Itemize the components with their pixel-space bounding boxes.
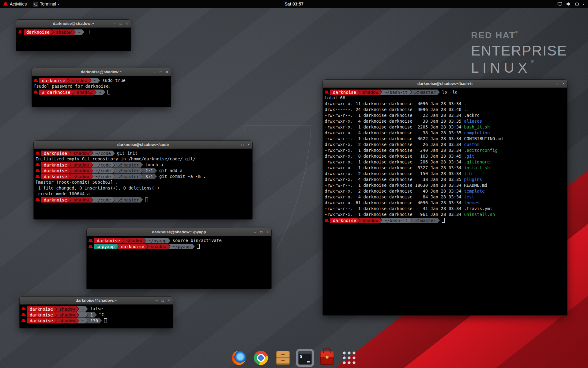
redhat-prompt-icon bbox=[89, 245, 93, 248]
window-titlebar[interactable]: darknoise@shadow:~/bash-it–□× bbox=[323, 80, 567, 88]
window-titlebar[interactable]: darknoise@shadow:~/pyapp–□× bbox=[87, 228, 271, 236]
redhat-logo-icon bbox=[3, 2, 8, 6]
minimize-button[interactable]: – bbox=[114, 22, 116, 25]
brand-enterprise: ENTERPRISE bbox=[471, 42, 567, 59]
file-meta: -rw-rw-r--. 1 darknoise darknoise 41 Jan… bbox=[325, 206, 464, 211]
prompt-segment-venv: pyapp bbox=[94, 244, 119, 249]
file-meta: drwxrwxr-x. 2 darknoise darknoise 26 Jan… bbox=[325, 142, 464, 147]
terminal-content[interactable]: darknoiseshadow~/bash-it⎇masterls -latot… bbox=[323, 88, 567, 315]
close-button[interactable]: × bbox=[247, 143, 250, 147]
file-meta: drwxrwxr-x. 4 darknoise darknoise 84 Jan… bbox=[325, 194, 464, 199]
terminal-window: darknoise@shadow:~/pyapp–□×darknoiseshad… bbox=[87, 228, 271, 289]
terminal-content[interactable]: darknoiseshadow~falsedarknoiseshadow~1^C… bbox=[20, 305, 173, 328]
minimize-button[interactable]: – bbox=[235, 143, 237, 147]
minimize-button[interactable]: – bbox=[550, 82, 552, 86]
terminal-prompt-line: pyappdarknoiseshadow~/pyapp bbox=[89, 243, 270, 249]
close-button[interactable]: × bbox=[166, 70, 168, 74]
file-meta: drwxrwxr-x. 2 darknoise darknoise 150 Ja… bbox=[325, 171, 464, 176]
redhat-prompt-icon bbox=[34, 90, 38, 94]
prompt-segment-path: ~/code bbox=[91, 174, 115, 179]
terminal-output-line: 1 file changed, 0 insertions(+), 0 delet… bbox=[36, 185, 251, 191]
prompt-segment-host: shadow bbox=[67, 78, 91, 83]
maximize-button[interactable]: □ bbox=[241, 143, 243, 147]
command-text: false bbox=[88, 306, 103, 312]
prompt-segment-exit: 130 bbox=[86, 318, 102, 324]
file-name: .editorconfig bbox=[464, 148, 498, 153]
terminal-content[interactable]: darknoiseshadow~/pyappsource bin/activat… bbox=[87, 236, 271, 289]
prompt-segment-user: darknoise bbox=[41, 151, 71, 156]
file-list-row: drwxrwxr-x. 11 darknoise darknoise 4096 … bbox=[325, 101, 565, 107]
dock-item-files[interactable] bbox=[274, 349, 292, 367]
minimize-button[interactable]: – bbox=[254, 230, 256, 234]
app-menu-terminal[interactable]: >_ Terminal ▾ bbox=[30, 0, 62, 8]
prompt-segment-host: shadow bbox=[72, 90, 96, 95]
close-button[interactable]: × bbox=[168, 299, 170, 302]
file-meta: -rwxrwxr-x. 1 darknoise darknoise 961 Ja… bbox=[325, 212, 464, 217]
rhel-branding: RED HAT® ENTERPRISE LINUX® bbox=[471, 30, 567, 76]
terminal-content[interactable]: darknoiseshadow~/codegit initInitialized… bbox=[34, 149, 252, 219]
terminal-output-line: [sudo] password for darknoise: bbox=[34, 83, 169, 89]
display-icon bbox=[557, 2, 563, 6]
close-button[interactable]: × bbox=[266, 230, 269, 234]
prompt-segment-user: darknoise bbox=[24, 29, 54, 35]
maximize-button[interactable]: □ bbox=[162, 299, 164, 302]
dock-item-show-apps[interactable] bbox=[340, 349, 358, 367]
close-button[interactable]: × bbox=[562, 82, 564, 86]
file-name: .. bbox=[464, 107, 469, 112]
command-text: source bin/activate bbox=[170, 238, 221, 243]
window-title: darknoise@shadow:~/pyapp bbox=[152, 230, 206, 234]
redhat-prompt-icon bbox=[36, 198, 40, 202]
window-title: darknoise@shadow:~ bbox=[76, 298, 117, 303]
window-titlebar[interactable]: darknoise@shadow:~–□× bbox=[32, 68, 171, 76]
prompt-segment-count: ?:1 bbox=[141, 168, 157, 174]
system-status-area[interactable]: ▾ bbox=[553, 0, 588, 8]
prompt-segment-host: shadow bbox=[69, 197, 93, 203]
window-title: darknoise@shadow:~/bash-it bbox=[417, 81, 473, 86]
terminal-content[interactable]: darknoiseshadow~sudo true[sudo] password… bbox=[32, 76, 171, 107]
activities-button[interactable]: Activities bbox=[0, 0, 30, 8]
minimize-button[interactable]: – bbox=[156, 299, 158, 302]
command-text: git add a bbox=[157, 168, 183, 174]
dock-item-firefox[interactable] bbox=[230, 349, 248, 367]
file-list-row: drwxrwxr-x. 61 darknoise darknoise 4096 … bbox=[325, 200, 565, 206]
terminal-prompt-line: darknoiseshadow~1^C bbox=[21, 312, 171, 318]
dock-item-chrome[interactable] bbox=[252, 349, 270, 367]
terminal-content[interactable]: darknoiseshadow~ bbox=[16, 28, 131, 51]
dock-item-toolbox[interactable] bbox=[318, 349, 336, 367]
prompt-segment-user: darknoise bbox=[41, 162, 71, 168]
git-branch-icon: ⎇ bbox=[117, 174, 122, 179]
file-list-row: -rw-rw-r--. 1 darknoise darknoise 3622 J… bbox=[325, 136, 565, 142]
clock[interactable]: Sat 03:57 bbox=[285, 2, 303, 6]
window-titlebar[interactable]: darknoise@shadow:~/code–□× bbox=[34, 141, 252, 149]
file-meta: -rwxrwxr-x. 1 darknoise darknoise 206 Ja… bbox=[325, 159, 464, 164]
terminal-prompt-line: # darknoiseshadow~ bbox=[34, 89, 169, 95]
prompt-segment-user: darknoise bbox=[41, 197, 71, 203]
minimize-button[interactable]: – bbox=[154, 70, 156, 74]
maximize-button[interactable]: □ bbox=[120, 22, 122, 25]
maximize-button[interactable]: □ bbox=[160, 70, 162, 74]
file-name: bash_it.sh bbox=[464, 125, 490, 129]
maximize-button[interactable]: □ bbox=[556, 82, 558, 86]
terminal-icon: >_ bbox=[33, 2, 38, 6]
window-titlebar[interactable]: darknoise@shadow:~–□× bbox=[20, 297, 173, 305]
prompt-segment-user: darknoise bbox=[27, 318, 57, 324]
power-icon bbox=[574, 2, 580, 6]
file-list-row: drwxrwxr-x. 2 darknoise darknoise 150 Ja… bbox=[325, 171, 565, 177]
window-controls: –□× bbox=[254, 228, 269, 236]
top-bar: Activities >_ Terminal ▾ Sat 03:57 ▾ bbox=[0, 0, 588, 8]
dock-item-terminal[interactable]: $ bbox=[296, 349, 314, 367]
file-name: .ackrc bbox=[464, 113, 480, 118]
terminal-cursor bbox=[145, 197, 148, 202]
prompt-segment-user: darknoise bbox=[330, 90, 360, 95]
prompt-segment-path: ~/bash-it bbox=[380, 90, 412, 95]
window-titlebar[interactable]: darknoise@shadow:~–□× bbox=[16, 20, 131, 28]
file-list-row: drwxrwxr-x. 8 darknoise darknoise 163 Ja… bbox=[325, 153, 565, 159]
file-meta: drwxrwxr-x. 11 darknoise darknoise 4096 … bbox=[325, 101, 464, 106]
prompt-segment-host: shadow bbox=[51, 29, 76, 35]
file-name: themes bbox=[464, 200, 480, 205]
maximize-button[interactable]: □ bbox=[260, 230, 262, 234]
terminal-cursor bbox=[87, 30, 89, 34]
close-button[interactable]: × bbox=[126, 22, 128, 25]
redhat-prompt-icon bbox=[36, 163, 40, 167]
file-meta: drwxrwxr-x. 8 darknoise darknoise 163 Ja… bbox=[325, 154, 464, 159]
